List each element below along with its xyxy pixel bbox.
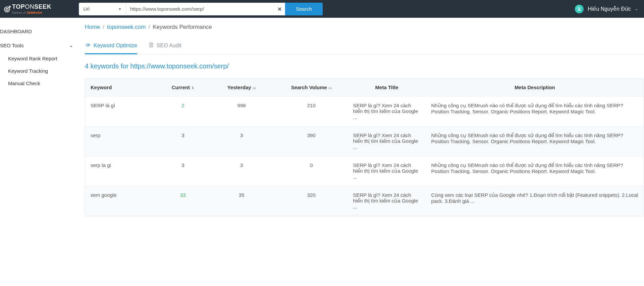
sidebar-label: Manual Check	[8, 80, 40, 86]
sidebar-label: Keyword Tracking	[8, 68, 48, 74]
cell-keyword: SERP là gì	[85, 97, 158, 126]
cell-meta-description: Những công cụ SEMrush nào có thể được sử…	[426, 156, 644, 186]
sidebar-item-manual-check[interactable]: Manual Check	[8, 77, 79, 90]
cell-yesterday: 3	[208, 156, 275, 186]
breadcrumb-home[interactable]: Home	[85, 24, 100, 31]
cell-search-volume: 0	[275, 156, 347, 186]
cell-yesterday: 3	[208, 126, 275, 156]
cell-keyword: serp la gi	[85, 156, 158, 186]
sort-desc-icon: ⬇	[191, 86, 194, 90]
cell-meta-description: Những công cụ SEMrush nào có thể được sử…	[426, 97, 644, 126]
cell-meta-title: SERP là gì? Xem 24 cách hiển thị tìm kiế…	[348, 186, 426, 216]
cell-yesterday: 35	[208, 186, 275, 216]
main-content: Home / toponseek.com / Keywords Performa…	[79, 18, 644, 286]
breadcrumb-domain[interactable]: toponseek.com	[107, 24, 146, 31]
breadcrumb: Home / toponseek.com / Keywords Performa…	[85, 24, 644, 31]
chevron-down-icon: ⌄	[635, 7, 638, 11]
table-row[interactable]: serp33390SERP là gì? Xem 24 cách hiển th…	[85, 126, 644, 156]
cell-current: 3	[158, 156, 208, 186]
cell-search-volume: 210	[275, 97, 347, 126]
col-current[interactable]: Current⬇	[158, 78, 208, 97]
col-meta-description[interactable]: Meta Description	[426, 78, 644, 97]
breadcrumb-current: Keywords Performance	[153, 24, 212, 31]
url-type-select[interactable]: Url ▼	[79, 3, 126, 15]
svg-point-2	[579, 7, 580, 9]
sidebar-label: SEO Tools	[0, 43, 24, 48]
clear-icon[interactable]: ✕	[277, 6, 282, 12]
sidebar-item-keyword-tracking[interactable]: Keyword Tracking	[8, 65, 79, 77]
cell-yesterday: 998	[208, 97, 275, 126]
tabs: Keyword Optimize SEO Audit	[85, 39, 644, 54]
keywords-table: Keyword Current⬇ Yesterday▭ Search Volum…	[85, 78, 644, 216]
svg-point-1	[6, 8, 8, 10]
search-group: Url ▼ ✕ Search	[79, 3, 323, 15]
chevron-down-icon: ▼	[118, 7, 122, 11]
sidebar: DASHBOARD SEO Tools ⌄ Keyword Rank Repor…	[0, 18, 79, 286]
cell-current: 2	[158, 97, 208, 126]
keywords-summary: 4 keywords for https://www.toponseek.com…	[85, 62, 644, 70]
cell-search-volume: 390	[275, 126, 347, 156]
gauge-icon	[85, 42, 91, 49]
cell-search-volume: 320	[275, 186, 347, 216]
tab-label: Keyword Optimize	[94, 43, 137, 49]
user-menu[interactable]: Hiếu Nguyễn Đức ⌄	[575, 5, 638, 13]
sidebar-label: Keyword Rank Report	[8, 56, 57, 61]
tab-label: SEO Audit	[157, 43, 181, 49]
breadcrumb-separator: /	[103, 24, 104, 31]
sort-icon: ▭	[253, 86, 256, 90]
search-button[interactable]: Search	[285, 3, 323, 15]
col-keyword[interactable]: Keyword	[85, 78, 158, 97]
breadcrumb-separator: /	[148, 24, 150, 31]
tab-seo-audit[interactable]: SEO Audit	[149, 39, 181, 54]
logo-area[interactable]: TOPONSEEK Partner of SEMRUSH	[0, 3, 79, 14]
sidebar-item-seo-tools[interactable]: SEO Tools ⌄	[0, 38, 79, 52]
tab-keyword-optimize[interactable]: Keyword Optimize	[85, 39, 137, 54]
user-name: Hiếu Nguyễn Đức	[588, 6, 631, 12]
document-icon	[149, 42, 154, 49]
cell-meta-title: SERP là gì? Xem 24 cách hiển thị tìm kiế…	[348, 97, 426, 126]
cell-meta-title: SERP là gì? Xem 24 cách hiển thị tìm kiế…	[348, 156, 426, 186]
col-yesterday[interactable]: Yesterday▭	[208, 78, 275, 97]
table-row[interactable]: SERP là gì2998210SERP là gì? Xem 24 cách…	[85, 97, 644, 126]
col-meta-title[interactable]: Meta Title	[348, 78, 426, 97]
cell-meta-description: Cùng xem các loại SERP của Google nhé? 1…	[426, 186, 644, 216]
sort-icon: ▭	[328, 86, 332, 90]
logo-text: TOPONSEEK	[12, 3, 51, 10]
col-search-volume[interactable]: Search Volume▭	[275, 78, 347, 97]
cell-current: 3	[158, 126, 208, 156]
topbar: TOPONSEEK Partner of SEMRUSH Url ▼ ✕ Sea…	[0, 0, 644, 18]
cell-keyword: xem google	[85, 186, 158, 216]
cell-meta-title: SERP là gì? Xem 24 cách hiển thị tìm kiế…	[348, 126, 426, 156]
sidebar-submenu: Keyword Rank Report Keyword Tracking Man…	[0, 52, 79, 90]
url-type-label: Url	[83, 6, 90, 12]
sidebar-item-dashboard[interactable]: DASHBOARD	[0, 24, 79, 38]
avatar	[575, 5, 584, 13]
target-icon	[3, 4, 12, 14]
table-header-row: Keyword Current⬇ Yesterday▭ Search Volum…	[85, 78, 644, 97]
logo-subtext: Partner of SEMRUSH	[12, 11, 51, 14]
cell-meta-description: Những công cụ SEMrush nào có thể được sử…	[426, 126, 644, 156]
sidebar-label: DASHBOARD	[0, 28, 32, 34]
table-row[interactable]: xem google3335320SERP là gì? Xem 24 cách…	[85, 186, 644, 216]
table-row[interactable]: serp la gi330SERP là gì? Xem 24 cách hiể…	[85, 156, 644, 186]
cell-current: 33	[158, 186, 208, 216]
cell-keyword: serp	[85, 126, 158, 156]
sidebar-item-keyword-rank-report[interactable]: Keyword Rank Report	[8, 52, 79, 65]
url-input[interactable]	[126, 3, 285, 15]
chevron-down-icon: ⌄	[69, 42, 73, 48]
